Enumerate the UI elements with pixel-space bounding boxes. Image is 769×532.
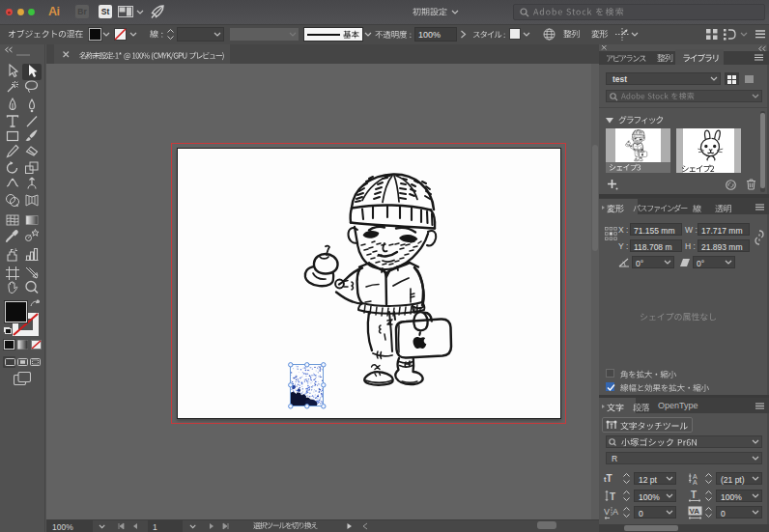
svg-text:A: A xyxy=(612,507,618,517)
svg-text:A: A xyxy=(693,479,698,485)
svg-text:T: T xyxy=(691,490,697,500)
svg-text:V: V xyxy=(604,507,610,517)
svg-text:T: T xyxy=(610,491,615,502)
svg-text:VA: VA xyxy=(690,507,700,516)
